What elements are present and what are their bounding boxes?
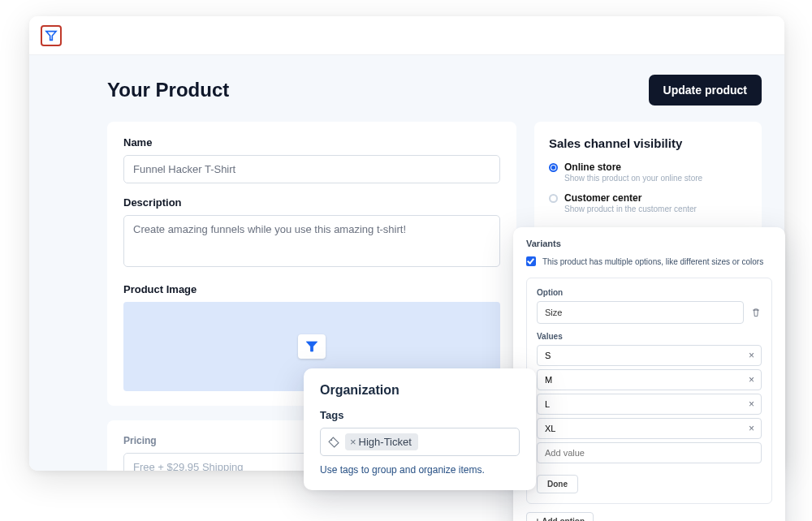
value-input[interactable] <box>538 419 742 438</box>
trash-icon[interactable] <box>750 307 762 318</box>
sales-channel-card: Sales channel visibility Online store Sh… <box>534 122 762 233</box>
tags-label: Tags <box>320 409 520 421</box>
description-label: Description <box>123 196 500 209</box>
tag-chip[interactable]: × High-Ticket <box>345 433 418 450</box>
organization-hint: Use tags to group and organize items. <box>320 464 520 476</box>
remove-value-icon[interactable]: × <box>742 398 761 410</box>
option-name-input[interactable] <box>537 301 744 324</box>
option-label: Option <box>537 288 762 297</box>
product-image-label: Product Image <box>123 283 500 295</box>
value-row: × <box>537 345 762 366</box>
channel-name: Customer center <box>564 192 641 204</box>
remove-value-icon[interactable]: × <box>742 423 761 434</box>
channel-desc: Show product in the customer center <box>564 205 747 213</box>
organization-title: Organization <box>320 383 520 398</box>
radio-selected-icon <box>549 163 558 172</box>
channel-name: Online store <box>564 161 621 173</box>
brand-logo <box>41 25 62 46</box>
value-row: × <box>537 394 762 415</box>
channel-online-store[interactable]: Online store Show this product on your o… <box>549 161 747 183</box>
channel-desc: Show this product on your online store <box>564 174 747 183</box>
remove-value-icon[interactable]: × <box>742 374 761 385</box>
value-row: × <box>537 369 762 390</box>
checkbox-checked-icon <box>526 256 536 266</box>
name-label: Name <box>123 136 500 149</box>
value-input[interactable] <box>538 346 742 365</box>
values-label: Values <box>537 332 762 341</box>
tag-icon <box>327 436 340 449</box>
update-product-button[interactable]: Update product <box>649 75 762 105</box>
description-textarea[interactable]: Create amazing funnels while you use thi… <box>123 215 500 267</box>
name-input[interactable] <box>123 155 500 183</box>
page-header: Your Product Update product <box>107 75 762 105</box>
value-row: × <box>537 418 762 439</box>
page-title: Your Product <box>107 79 229 101</box>
variants-title: Variants <box>526 239 772 248</box>
add-value-row <box>537 442 762 463</box>
variants-panel: Variants This product has multiple optio… <box>513 227 785 521</box>
remove-tag-icon[interactable]: × <box>350 436 356 448</box>
channel-customer-center[interactable]: Customer center Show product in the cust… <box>549 192 747 213</box>
radio-unselected-icon <box>549 194 558 203</box>
add-option-button[interactable]: + Add option <box>526 512 594 521</box>
sales-channel-title: Sales channel visibility <box>549 136 747 150</box>
remove-value-icon[interactable]: × <box>742 350 761 361</box>
multiple-options-row[interactable]: This product has multiple options, like … <box>526 256 772 266</box>
tag-text: High-Ticket <box>359 436 412 448</box>
value-input[interactable] <box>538 394 742 414</box>
organization-panel: Organization Tags × High-Ticket Use tags… <box>304 368 536 490</box>
funnel-icon <box>45 29 58 42</box>
value-input[interactable] <box>538 370 742 390</box>
multiple-options-label: This product has multiple options, like … <box>542 257 763 266</box>
tags-input[interactable]: × High-Ticket <box>320 428 520 456</box>
product-image-thumb <box>298 334 326 359</box>
option-block: Option Values × × × × Done <box>526 278 772 504</box>
funnel-icon <box>304 339 320 354</box>
product-details-card: Name Description Create amazing funnels … <box>107 122 516 406</box>
done-button[interactable]: Done <box>537 475 578 493</box>
svg-point-0 <box>330 439 332 441</box>
top-bar <box>29 16 784 55</box>
add-value-input[interactable] <box>538 443 761 463</box>
